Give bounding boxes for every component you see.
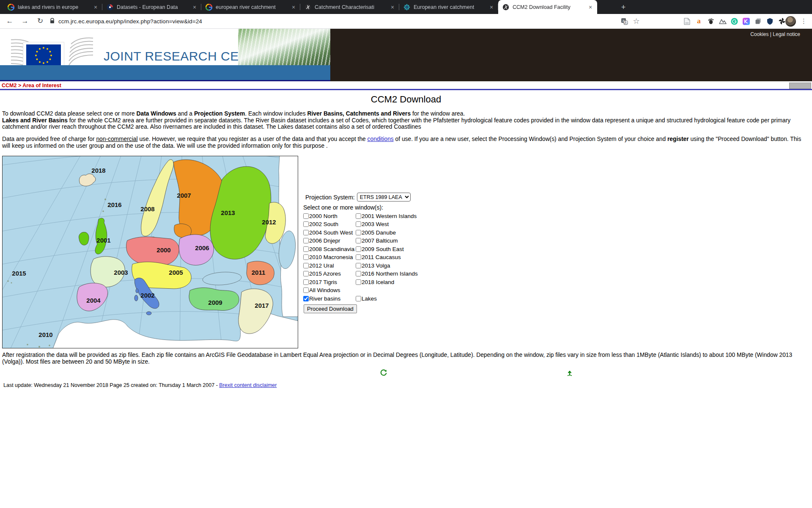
window-checkbox[interactable] <box>356 263 361 268</box>
gradient-extension-icon[interactable] <box>742 17 750 25</box>
map-year-label: 2012 <box>262 218 276 226</box>
text-link[interactable]: conditions <box>368 136 394 142</box>
forward-icon[interactable]: → <box>19 16 30 27</box>
tab-close-icon[interactable]: × <box>488 4 495 11</box>
window-checkbox-item[interactable]: 2011 Caucasus <box>356 254 484 261</box>
window-checkbox[interactable] <box>356 271 361 276</box>
new-tab-button[interactable]: + <box>618 3 628 13</box>
cookies-legal-links[interactable]: Cookies | Legal notice <box>750 31 800 37</box>
window-checkbox[interactable] <box>303 238 309 243</box>
breadcrumb[interactable]: CCM2 > Area of Interest <box>2 83 61 88</box>
grammarly-extension-icon[interactable] <box>730 17 738 25</box>
map-year-label: 2004 <box>86 297 101 304</box>
window-checkbox-item[interactable]: All Windows <box>303 287 356 294</box>
tab-close-icon[interactable]: × <box>290 4 297 11</box>
stack-extension-icon[interactable] <box>754 17 762 25</box>
address-bar[interactable]: ccm.jrc.ec.europa.eu/php/index.php?actio… <box>50 17 625 26</box>
tab-strip: lakes and rivers in europe×Datasets - Eu… <box>3 0 597 14</box>
avatar[interactable] <box>785 16 796 27</box>
footprint-extension-icon[interactable] <box>707 17 715 25</box>
header-water-photo <box>238 29 330 65</box>
window-checkbox[interactable] <box>356 246 361 252</box>
window-checkbox-item[interactable]: 2001 Western Islands <box>356 213 484 219</box>
window-checkbox-item[interactable]: 2018 Iceland <box>356 279 484 285</box>
tab-close-icon[interactable]: × <box>191 4 198 11</box>
browser-tab[interactable]: lakes and rivers in europe× <box>3 0 102 14</box>
google-favicon <box>8 4 14 11</box>
window-checkbox-item[interactable]: 2005 Danube <box>356 229 484 236</box>
window-checkbox[interactable] <box>303 221 309 227</box>
zip-info-paragraph: After registration the data will be prov… <box>2 352 809 365</box>
window-checkbox-label: 2006 Dnjepr <box>309 237 340 244</box>
browser-tab[interactable]: Catchment Characterisati× <box>300 0 399 14</box>
translate-icon[interactable]: aあ <box>620 17 628 25</box>
window-checkbox[interactable] <box>303 271 309 276</box>
mountains-extension-icon[interactable] <box>719 17 727 25</box>
window-checkbox-item[interactable]: 2010 Macronesia <box>303 254 356 261</box>
window-checkbox-item[interactable]: 2015 Azores <box>303 271 356 277</box>
tab-close-icon[interactable]: × <box>587 4 594 11</box>
window-checkbox[interactable] <box>303 287 309 293</box>
kebab-menu-icon[interactable]: ⋮ <box>800 17 808 25</box>
window-checkbox-item[interactable]: 2002 South <box>303 221 356 228</box>
window-checkbox-item[interactable]: River basins <box>303 295 356 302</box>
jrc-site-header: European Commission JOINT RESEARCH CENTR… <box>0 29 812 81</box>
window-checkbox[interactable] <box>303 246 309 252</box>
browser-tab[interactable]: European river catchment× <box>399 0 498 14</box>
text-link[interactable]: Brexit content disclaimer <box>219 382 277 388</box>
window-checkbox[interactable] <box>356 254 361 260</box>
bookmark-star-icon[interactable]: ☆ <box>632 17 640 25</box>
browser-tab[interactable]: Datasets - European Data× <box>102 0 201 14</box>
window-checkbox[interactable] <box>303 230 309 235</box>
notes-extension-icon[interactable] <box>683 17 691 25</box>
window-checkbox-label: River basins <box>309 295 340 302</box>
window-checkbox-item[interactable]: 2009 South East <box>356 246 484 252</box>
window-checkbox-item[interactable]: 2017 Tigris <box>303 279 356 285</box>
header-blue-band <box>0 65 330 81</box>
map-year-label: 2011 <box>252 269 266 276</box>
proceed-download-button[interactable]: Proceed Download <box>304 304 357 313</box>
browser-tab[interactable]: european river catchment× <box>201 0 300 14</box>
reload-icon[interactable]: ↻ <box>35 16 46 27</box>
window-checkbox[interactable] <box>356 296 361 301</box>
map-year-label: 2002 <box>140 292 154 299</box>
window-checkbox-item[interactable]: 2006 Dnjepr <box>303 237 356 244</box>
window-checkbox[interactable] <box>303 263 309 268</box>
window-checkbox-item[interactable]: 2004 South West <box>303 229 356 236</box>
window-checkbox[interactable] <box>356 221 361 227</box>
window-checkbox-label: 2008 Scandinavia <box>309 246 354 252</box>
window-checkbox[interactable] <box>303 279 309 285</box>
window-checkbox-item[interactable]: Lakes <box>356 295 484 302</box>
openaccess-extension-icon[interactable]: a <box>695 17 703 25</box>
window-checkbox[interactable] <box>356 279 361 285</box>
tab-title: CCM2 Download Facility <box>513 4 587 10</box>
profile-area: ⋮ <box>785 16 808 26</box>
window-checkbox[interactable] <box>303 213 309 219</box>
globe-dark-favicon <box>304 4 311 11</box>
window-checkbox-item[interactable]: 2000 North <box>303 213 356 219</box>
window-checkbox-item[interactable]: 2016 Northern Islands <box>356 271 484 277</box>
window-checkbox[interactable] <box>356 238 361 243</box>
tab-close-icon[interactable]: × <box>92 4 99 11</box>
map-year-label: 2003 <box>114 269 128 276</box>
shield-extension-icon[interactable] <box>766 17 774 25</box>
projection-select[interactable]: ETRS 1989 LAEA <box>357 193 411 202</box>
window-checkbox-item[interactable]: 2007 Balticum <box>356 237 484 244</box>
window-checkbox-item[interactable]: 2013 Volga <box>356 262 484 269</box>
windows-checkbox-grid: 2000 North2001 Western Islands2002 South… <box>303 213 484 302</box>
pinwheel-extension-icon[interactable] <box>778 17 786 25</box>
intro-line-1: To download CCM2 data please select one … <box>2 110 809 117</box>
browser-tab[interactable]: CCM2 Download Facility× <box>498 0 597 14</box>
tab-close-icon[interactable]: × <box>389 4 396 11</box>
window-checkbox[interactable] <box>356 213 361 219</box>
window-checkbox[interactable] <box>303 296 309 301</box>
ccm2-windows-map[interactable]: 2018201620082007201320122001200020062015… <box>2 156 298 348</box>
window-checkbox-item[interactable]: 2012 Ural <box>303 262 356 269</box>
window-checkbox[interactable] <box>356 230 361 235</box>
back-icon[interactable]: ← <box>4 16 15 27</box>
window-checkbox[interactable] <box>303 254 309 260</box>
window-checkbox-item[interactable]: 2003 West <box>356 221 484 228</box>
window-checkbox-item[interactable]: 2008 Scandinavia <box>303 246 356 252</box>
window-checkbox-label: 2011 Caucasus <box>362 254 401 260</box>
map-year-label: 2018 <box>91 167 105 174</box>
